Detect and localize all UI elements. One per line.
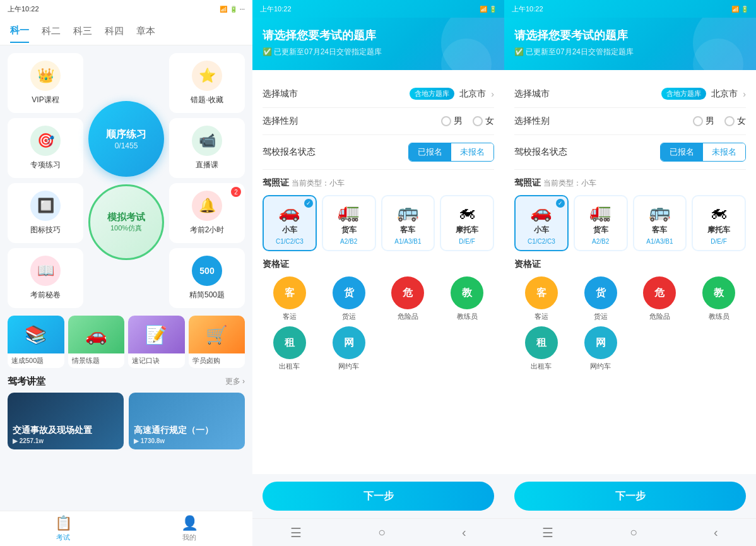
- bottom-nav: 📋 考试 👤 我的: [0, 511, 252, 546]
- main-content: 👑 VIP课程 🎯 专项练习 🔲 图标技巧 📖 考前秘卷: [0, 45, 252, 511]
- dialog2-menu-icon[interactable]: ☰: [542, 525, 553, 540]
- tips-card[interactable]: 🔲 图标技巧: [8, 183, 83, 243]
- dialog2-back-icon[interactable]: ‹: [714, 525, 718, 540]
- dialog2-gender-female[interactable]: 女: [724, 116, 746, 127]
- dialog1-next-btn[interactable]: 下一步: [263, 482, 494, 511]
- nav-exam[interactable]: 📋 考试: [0, 511, 126, 546]
- banner-shop[interactable]: 🛒 学员卤购: [189, 316, 245, 368]
- tab-ke4[interactable]: 科四: [105, 20, 124, 42]
- dialog2-city-value[interactable]: 含地方题库 北京市 ›: [565, 88, 746, 100]
- q500-card[interactable]: 500 精简500题: [169, 248, 245, 308]
- dialog1-qual-passenger[interactable]: 客 客运: [263, 276, 317, 321]
- dialog1-male-label: 男: [454, 116, 463, 127]
- dialog2-gender-label: 选择性别: [514, 116, 565, 127]
- dialog1-enrollment-value: 已报名 未报名: [316, 143, 494, 162]
- exam2h-icon: 🔔: [192, 191, 222, 221]
- dialog1-moto-name: 摩托车: [456, 225, 478, 235]
- dialog1-qual-freight[interactable]: 货 货运: [322, 276, 376, 321]
- video-card-2[interactable]: 高速通行规定（一） ▶ 1730.8w: [129, 393, 245, 449]
- dialog1-female-radio: [473, 116, 483, 126]
- video-card-1[interactable]: 交通事故及现场处置 ▶ 2257.1w: [8, 393, 124, 449]
- dialog2-qual-taxi[interactable]: 租 出租车: [514, 326, 569, 371]
- nav-me[interactable]: 👤 我的: [126, 511, 252, 546]
- vip-card[interactable]: 👑 VIP课程: [8, 53, 83, 113]
- dialog2-license-truck[interactable]: 🚛 货车 A2/B2: [574, 195, 628, 251]
- dialog2-seg-unregistered[interactable]: 未报名: [703, 143, 745, 161]
- dialog1-city-chevron: ›: [491, 89, 494, 99]
- dialog2-qual-freight[interactable]: 货 货运: [574, 276, 628, 321]
- dialog1-enrollment-row: 驾校报名状态 已报名 未报名: [263, 135, 494, 170]
- dialog1-seg-unregistered[interactable]: 未报名: [451, 143, 493, 161]
- dialog2-next-btn[interactable]: 下一步: [514, 482, 746, 511]
- special-card[interactable]: 🎯 专项练习: [8, 118, 83, 178]
- tab-ke1[interactable]: 科一: [10, 20, 29, 43]
- video-title-1: 交通事故及现场处置: [13, 425, 92, 436]
- dialog1-city-value[interactable]: 含地方题库 北京市 ›: [313, 88, 494, 100]
- dialog1-gender-male[interactable]: 男: [441, 116, 463, 127]
- sequential-practice[interactable]: 顺序练习 0/1455: [88, 101, 164, 177]
- dialog2-gender-value: 男 女: [565, 116, 746, 127]
- dialog2-moto-code: D/E/F: [711, 238, 727, 245]
- dialog1-qual-grid2: 租 出租车 网 网约车: [263, 326, 494, 371]
- banner-scene-label: 情景练题: [68, 353, 125, 368]
- dialog1-license-bus[interactable]: 🚌 客车 A1/A3/B1: [381, 195, 435, 251]
- dialog1-qual-rideshare[interactable]: 网 网约车: [322, 326, 376, 371]
- dialog1-home-icon[interactable]: ○: [378, 525, 386, 540]
- dialog2-gender-male[interactable]: 男: [693, 116, 714, 127]
- dialog2-qual-rideshare[interactable]: 网 网约车: [574, 326, 628, 371]
- dialog1-qual-taxi[interactable]: 租 出租车: [263, 326, 317, 371]
- exam2h-badge: 2: [231, 187, 241, 197]
- banner-formula[interactable]: 📝 速记口诀: [128, 316, 185, 368]
- secret-label: 考前秘卷: [30, 290, 61, 300]
- banner-500[interactable]: 📚 速成500题: [8, 316, 64, 368]
- dialog1-truck-code: A2/B2: [340, 238, 357, 245]
- lectures-title: 驾考讲堂: [8, 376, 45, 388]
- dialog2-license-bus[interactable]: 🚌 客车 A1/A3/B1: [633, 195, 687, 251]
- tab-ke3[interactable]: 科三: [73, 20, 92, 42]
- nav-me-label: 我的: [182, 533, 196, 542]
- dialog1-qual-danger-icon: 危: [391, 276, 424, 309]
- tab-zhangben[interactable]: 章本: [136, 20, 155, 42]
- dialog2-enrollment-row: 驾校报名状态 已报名 未报名: [514, 135, 746, 170]
- dialog2-qual-coach-label: 教练员: [709, 312, 729, 321]
- exam2h-card[interactable]: 2 🔔 考前2小时: [169, 183, 245, 243]
- dialog2-qual-passenger[interactable]: 客 客运: [514, 276, 569, 321]
- dialog2-qual-danger[interactable]: 危 危险品: [633, 276, 687, 321]
- simulate-sub: 100%仿真: [110, 223, 142, 233]
- dialog2-seg-registered[interactable]: 已报名: [661, 143, 703, 161]
- dialog2-home-icon[interactable]: ○: [630, 525, 637, 540]
- dialog1-back-icon[interactable]: ‹: [462, 525, 466, 540]
- dialog2-city-name: 北京市: [711, 88, 738, 100]
- simulate-exam[interactable]: 模拟考试 100%仿真: [88, 184, 164, 260]
- banner-formula-label: 速记口诀: [128, 353, 185, 368]
- dialog1-qual-danger[interactable]: 危 危险品: [381, 276, 435, 321]
- tab-ke2[interactable]: 科二: [42, 20, 61, 42]
- dialog2-qual-taxi-icon: 租: [525, 326, 558, 359]
- dialog2-qual-grid2: 租 出租车 网 网约车: [514, 326, 746, 371]
- banner-scene[interactable]: 🚗 情景练题: [68, 316, 125, 368]
- dialog1-license-truck[interactable]: 🚛 货车 A2/B2: [322, 195, 376, 251]
- secret-card[interactable]: 📖 考前秘卷: [8, 248, 83, 308]
- wrong-card[interactable]: ⭐ 错题·收藏: [169, 53, 245, 113]
- dialog1-menu-icon[interactable]: ☰: [290, 525, 302, 540]
- dialog1-license-moto[interactable]: 🏍 摩托车 D/E/F: [440, 195, 494, 251]
- dialog1-gender-female[interactable]: 女: [473, 116, 494, 127]
- video-thumb-1: 交通事故及现场处置 ▶ 2257.1w: [8, 393, 124, 449]
- dialog2-license-moto[interactable]: 🏍 摩托车 D/E/F: [692, 195, 746, 251]
- left-panel: 上午10:22 📶🔋··· 科一 科二 科三 科四 章本 👑 VIP课程 🎯 专…: [0, 0, 252, 546]
- dialog1-city-tag: 含地方题库: [410, 88, 454, 100]
- dialog2-enrollment-label: 驾校报名状态: [514, 146, 567, 158]
- sequential-progress: 0/1455: [115, 141, 138, 150]
- dialog1-seg-registered[interactable]: 已报名: [409, 143, 451, 161]
- dialog1-qual-label: 资格证: [263, 259, 494, 270]
- dialog2-license-car[interactable]: ✓ 🚗 小车 C1/C2/C3: [514, 195, 569, 251]
- dialog1-female-label: 女: [485, 116, 494, 127]
- dialog1-gender-value: 男 女: [313, 116, 494, 127]
- lectures-more[interactable]: 更多 ›: [225, 376, 245, 387]
- dialog2-qual-coach[interactable]: 教 教练员: [692, 276, 746, 321]
- dialog1-qual-coach[interactable]: 教 教练员: [440, 276, 494, 321]
- dialog2-subtitle: ✅ 已更新至07月24日交管指定题库: [514, 47, 746, 57]
- dialog1-license-car[interactable]: ✓ 🚗 小车 C1/C2/C3: [263, 195, 317, 251]
- live-card[interactable]: 📹 直播课: [169, 118, 245, 178]
- dialog2-truck-code: A2/B2: [592, 238, 609, 245]
